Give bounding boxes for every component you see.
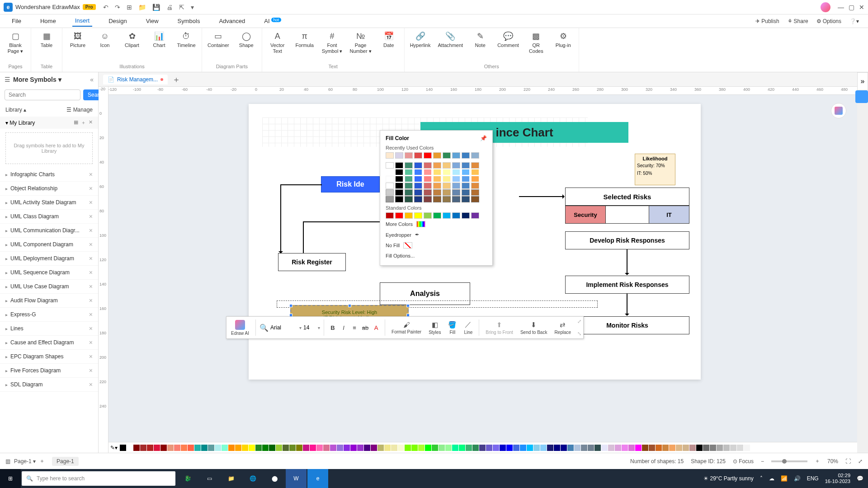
color-swatch[interactable] [386,176,394,182]
color-swatch[interactable] [471,152,479,159]
selected-risks-box[interactable]: Selected Risks [565,188,689,206]
category-cause-and-effect-diagram[interactable]: ▸Cause and Effect Diagram× [0,336,98,350]
font-color-button[interactable]: A [371,323,381,333]
palette-swatch[interactable] [662,445,669,451]
format-painter-button[interactable]: 🖌Format Painter [389,320,424,335]
pin-icon[interactable]: 📌 [480,135,487,141]
ribbon-blank-page-[interactable]: ▢BlankPage ▾ [5,31,25,54]
page-list-icon[interactable]: ▥ [5,458,10,465]
category-uml-communication-diagr-[interactable]: ▸UML Communication Diagr...× [0,224,98,238]
library-dropdown[interactable]: Library ▴ [5,107,26,113]
palette-swatch[interactable] [642,445,648,451]
palette-swatch[interactable] [615,445,621,451]
color-swatch[interactable] [395,212,403,219]
save-icon[interactable]: 💾 [152,4,160,11]
palette-swatch[interactable] [683,445,689,451]
replace-button[interactable]: ⇄Replace [552,320,574,336]
color-swatch[interactable] [443,183,451,189]
palette-swatch[interactable] [255,445,262,451]
bold-button[interactable]: B [328,323,338,333]
palette-swatch[interactable] [567,445,574,451]
ribbon-chart[interactable]: 📊Chart [149,31,169,48]
collapse-toolbar-icon[interactable]: ⤡ [577,331,581,337]
maximize-icon[interactable]: ▢ [849,4,854,11]
palette-swatch[interactable] [344,445,350,451]
ribbon-plug-in[interactable]: ⚙Plug-in [553,31,573,48]
category-close-icon[interactable]: × [89,311,93,318]
ribbon-container[interactable]: ▭Container [208,31,229,48]
palette-swatch[interactable] [669,445,675,451]
category-close-icon[interactable]: × [89,283,93,290]
palette-swatch[interactable] [296,445,302,451]
category-close-icon[interactable]: × [89,381,93,388]
color-swatch[interactable] [405,152,413,159]
share-button[interactable]: ⚘ Share [788,18,808,24]
color-swatch[interactable] [414,152,422,159]
minimize-icon[interactable]: — [838,4,844,11]
palette-swatch[interactable] [222,445,228,451]
palette-swatch[interactable] [459,445,465,451]
palette-swatch[interactable] [520,445,526,451]
add-tab-button[interactable]: ＋ [172,74,180,85]
palette-swatch[interactable] [710,445,716,451]
palette-swatch[interactable] [717,445,723,451]
category-close-icon[interactable]: × [89,213,93,220]
color-swatch[interactable] [395,152,403,159]
font-dropdown-icon[interactable]: ▾ [299,325,302,330]
category-object-relationship[interactable]: ▸Object Relationship× [0,182,98,196]
palette-swatch[interactable] [750,445,757,451]
new-icon[interactable]: ⊞ [127,4,132,11]
palette-picker-icon[interactable]: ✎▾ [110,445,118,451]
category-close-icon[interactable]: × [89,367,93,374]
color-swatch[interactable] [433,152,441,159]
color-swatch[interactable] [443,152,451,159]
category-close-icon[interactable]: × [89,171,93,178]
focus-toggle[interactable]: ⊙ Focus [733,458,754,465]
tray-volume-icon[interactable]: 🔊 [794,475,801,482]
menu-view[interactable]: View [143,16,161,26]
category-close-icon[interactable]: × [89,269,93,276]
ribbon-attachment[interactable]: 📎Attachment [438,31,463,48]
fit-page-icon[interactable]: ⛶ [845,458,851,465]
send-back-button[interactable]: ⬇Send to Back [518,320,550,336]
export-icon[interactable]: ⇱ [179,4,184,11]
redo-icon[interactable]: ↷ [115,4,120,11]
color-swatch[interactable] [471,176,479,182]
color-swatch[interactable] [405,189,413,196]
color-swatch[interactable] [424,176,432,182]
palette-swatch[interactable] [574,445,580,451]
palette-swatch[interactable] [411,445,418,451]
more-colors-option[interactable]: More Colors [386,219,487,230]
color-swatch[interactable] [414,183,422,189]
symbol-search-input[interactable] [5,89,80,100]
my-library-toggle[interactable]: ▾ My Library [5,120,35,126]
color-swatch[interactable] [424,189,432,196]
symbol-dropzone[interactable]: Drag symbols here to add to My Library [5,132,93,164]
no-fill-option[interactable]: No Fill [386,240,487,251]
palette-swatch[interactable] [649,445,655,451]
it-cell[interactable]: IT [649,206,689,224]
color-swatch[interactable] [433,162,441,169]
palette-swatch[interactable] [676,445,682,451]
category-infographic-charts[interactable]: ▸Infographic Charts× [0,168,98,182]
palette-swatch[interactable] [472,445,479,451]
zoom-out-button[interactable]: − [761,458,764,465]
more-qa-icon[interactable]: ▾ [191,4,194,11]
ribbon-note[interactable]: ✎Note [470,31,490,48]
taskbar-edrawmax-icon[interactable]: e [307,469,328,488]
palette-swatch[interactable] [656,445,662,451]
color-swatch[interactable] [405,169,413,175]
menu-symbols[interactable]: Symbols [175,16,203,26]
color-swatch[interactable] [414,189,422,196]
palette-swatch[interactable] [689,445,696,451]
palette-swatch[interactable] [140,445,146,451]
color-swatch[interactable] [414,169,422,175]
palette-swatch[interactable] [276,445,282,451]
taskbar-chrome-icon[interactable]: ⬤ [264,469,285,488]
zoom-in-button[interactable]: ＋ [815,457,820,465]
zoom-level[interactable]: 70% [827,458,838,465]
fill-options[interactable]: Fill Options... [386,251,487,261]
palette-swatch[interactable] [316,445,323,451]
palette-swatch[interactable] [540,445,547,451]
close-icon[interactable]: ✕ [859,4,864,11]
